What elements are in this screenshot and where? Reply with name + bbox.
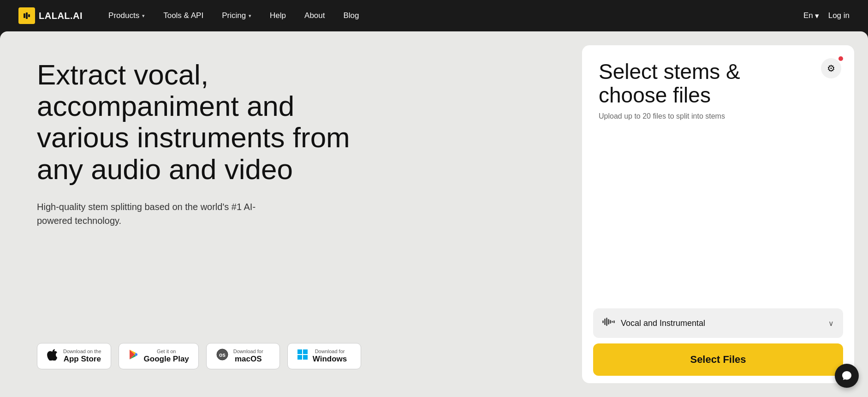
google-play-icon [128, 349, 139, 363]
logo-text: LALAL.AI [39, 11, 83, 21]
nav-tools[interactable]: Tools & API [156, 7, 211, 24]
chat-bubble-button[interactable] [835, 364, 859, 388]
svg-rect-8 [297, 355, 302, 360]
stem-waveform-icon [602, 317, 615, 330]
left-panel: Extract vocal, accompaniment and various… [0, 31, 582, 397]
stem-selector[interactable]: Vocal and Instrumental ∨ [593, 308, 843, 338]
login-link[interactable]: Log in [828, 11, 850, 20]
svg-rect-15 [612, 321, 613, 323]
svg-rect-16 [613, 320, 615, 323]
notification-dot [838, 56, 843, 61]
settings-button[interactable]: ⚙ [821, 58, 841, 78]
apple-icon [47, 349, 59, 364]
macos-button[interactable]: os Download for macOS [206, 343, 280, 369]
svg-rect-2 [26, 12, 28, 19]
windows-icon [297, 349, 308, 363]
svg-rect-3 [28, 14, 30, 17]
svg-rect-11 [604, 319, 606, 325]
lang-chevron-icon: ▾ [815, 11, 819, 21]
hero-title: Extract vocal, accompaniment and various… [37, 59, 351, 185]
svg-text:os: os [219, 352, 226, 358]
right-panel: Select stems &choose files Upload up to … [582, 31, 868, 397]
upload-card-header: Select stems &choose files Upload up to … [582, 45, 854, 130]
svg-rect-1 [24, 13, 25, 18]
navbar-right: En ▾ Log in [803, 11, 850, 21]
main-content: Extract vocal, accompaniment and various… [0, 31, 868, 397]
nav-pricing[interactable]: Pricing ▾ [214, 7, 259, 24]
app-store-button[interactable]: Download on the App Store [37, 343, 111, 369]
products-chevron-icon: ▾ [142, 13, 145, 19]
upload-card: Select stems &choose files Upload up to … [582, 45, 854, 383]
nav-blog[interactable]: Blog [336, 7, 367, 24]
download-buttons: Download on the App Store Get it on Go [37, 343, 554, 379]
nav-products[interactable]: Products ▾ [101, 7, 152, 24]
hero-subtitle: High-quality stem splitting based on the… [37, 200, 277, 228]
select-files-button[interactable]: Select Files [593, 343, 843, 376]
language-selector[interactable]: En ▾ [803, 11, 819, 21]
svg-rect-10 [602, 320, 604, 323]
svg-rect-14 [610, 320, 611, 324]
upload-card-title: Select stems &choose files [599, 60, 838, 107]
windows-button[interactable]: Download for Windows [287, 343, 361, 369]
google-play-text: Get it on Google Play [144, 349, 189, 364]
svg-rect-6 [297, 349, 302, 354]
windows-text: Download for Windows [313, 349, 347, 364]
upload-drop-area[interactable] [593, 130, 843, 301]
nav-about[interactable]: About [297, 7, 332, 24]
svg-rect-9 [303, 355, 308, 360]
stem-chevron-icon: ∨ [828, 319, 834, 328]
logo-link[interactable]: LALAL.AI [18, 7, 83, 24]
google-play-button[interactable]: Get it on Google Play [119, 343, 199, 369]
stem-selector-left: Vocal and Instrumental [602, 317, 705, 330]
upload-card-footer: Vocal and Instrumental ∨ Select Files [582, 301, 854, 383]
macos-icon: os [216, 348, 229, 364]
svg-rect-12 [606, 318, 607, 326]
navbar: LALAL.AI Products ▾ Tools & API Pricing … [0, 0, 868, 31]
nav-help[interactable]: Help [262, 7, 293, 24]
gear-icon: ⚙ [827, 63, 835, 74]
stem-label: Vocal and Instrumental [621, 319, 705, 328]
macos-text: Download for macOS [233, 349, 263, 364]
upload-card-subtitle: Upload up to 20 files to split into stem… [599, 112, 838, 120]
svg-rect-13 [608, 319, 609, 325]
svg-rect-7 [303, 349, 308, 354]
hero-section: Extract vocal, accompaniment and various… [37, 59, 554, 228]
pricing-chevron-icon: ▾ [249, 13, 251, 19]
app-store-text: Download on the App Store [63, 349, 101, 364]
logo-icon [18, 7, 35, 24]
nav-menu: Products ▾ Tools & API Pricing ▾ Help Ab… [101, 7, 803, 24]
